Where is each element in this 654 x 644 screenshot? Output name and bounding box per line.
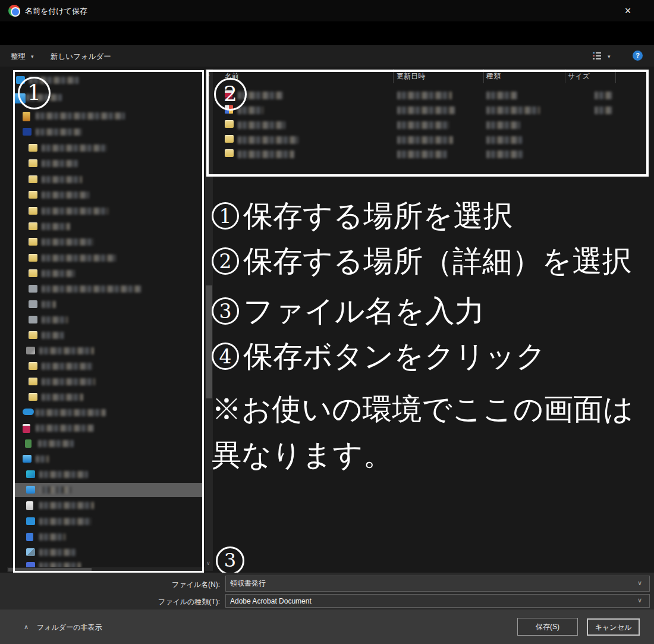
annotation-text-line-1: 1保存する場所を選択 (212, 196, 513, 236)
filetype-dropdown-icon[interactable]: ∨ (637, 596, 642, 604)
annotation-circle-3: 3 (216, 546, 244, 575)
annotation-inline-number: 3 (212, 297, 239, 325)
annotation-text: ファイル名を入力 (243, 294, 485, 328)
annotation-circle-1: 1 (18, 77, 51, 109)
annotation-text-line-2: 2保存する場所（詳細）を選択 (212, 241, 632, 281)
save-button[interactable]: 保存(S) (517, 618, 578, 636)
annotation-box-2 (206, 70, 649, 177)
filetype-label: ファイルの種類(T): (0, 597, 220, 607)
bottom-bar: ∧ フォルダーの非表示 保存(S) キャンセル (0, 610, 654, 644)
filename-label: ファイル名(N): (0, 580, 220, 590)
annotation-text-line-6: 異なります。 (212, 435, 393, 475)
annotation-text-line-4: 4保存ボタンをクリック (212, 337, 546, 376)
annotation-text-line-3: 3ファイル名を入力 (212, 291, 485, 331)
annotation-text: ※お使いの環境でここの画面は (212, 392, 633, 426)
fields-area: ファイル名(N): 領収書発行 ∨ ファイルの種類(T): Adobe Acro… (0, 573, 654, 610)
filetype-select[interactable]: Adobe Acrobat Document (225, 594, 650, 608)
cancel-button[interactable]: キャンセル (587, 618, 640, 636)
annotation-box-1 (13, 70, 204, 573)
annotation-text: 保存する場所を選択 (243, 199, 513, 233)
annotation-inline-number: 4 (212, 343, 239, 370)
annotation-text-line-5: ※お使いの環境でここの画面は (212, 389, 633, 429)
annotation-text: 異なります。 (212, 438, 393, 472)
filetype-value: Adobe Acrobat Document (230, 597, 312, 605)
annotation-inline-number: 2 (212, 247, 239, 275)
filename-value: 領収書発行 (230, 579, 266, 589)
filename-input[interactable]: 領収書発行 (225, 576, 650, 592)
annotation-text: 保存する場所（詳細）を選択 (243, 244, 632, 278)
annotation-text: 保存ボタンをクリック (243, 339, 546, 373)
hide-folders-button[interactable]: フォルダーの非表示 (37, 623, 102, 633)
hide-folders-caret-icon[interactable]: ∧ (24, 623, 29, 631)
annotation-inline-number: 1 (212, 202, 239, 230)
annotation-circle-2: 2 (214, 78, 247, 111)
filename-dropdown-icon[interactable]: ∨ (637, 579, 642, 587)
